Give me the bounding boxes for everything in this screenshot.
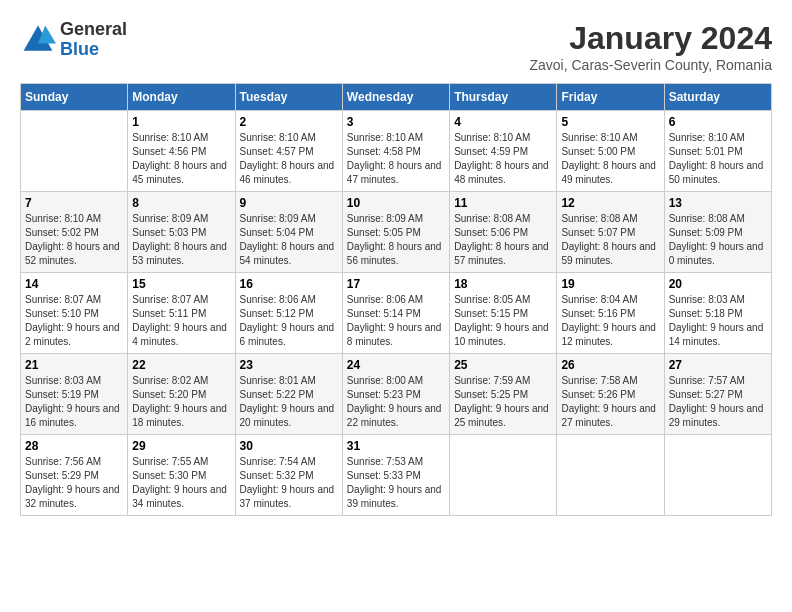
calendar-cell: 25Sunrise: 7:59 AMSunset: 5:25 PMDayligh… [450, 354, 557, 435]
calendar-cell: 22Sunrise: 8:02 AMSunset: 5:20 PMDayligh… [128, 354, 235, 435]
day-number: 13 [669, 196, 767, 210]
day-number: 5 [561, 115, 659, 129]
calendar-cell: 19Sunrise: 8:04 AMSunset: 5:16 PMDayligh… [557, 273, 664, 354]
day-number: 22 [132, 358, 230, 372]
calendar-cell: 11Sunrise: 8:08 AMSunset: 5:06 PMDayligh… [450, 192, 557, 273]
calendar-header-sunday: Sunday [21, 84, 128, 111]
day-info: Sunrise: 8:07 AMSunset: 5:11 PMDaylight:… [132, 293, 230, 349]
day-info: Sunrise: 7:53 AMSunset: 5:33 PMDaylight:… [347, 455, 445, 511]
day-info: Sunrise: 8:04 AMSunset: 5:16 PMDaylight:… [561, 293, 659, 349]
day-info: Sunrise: 7:55 AMSunset: 5:30 PMDaylight:… [132, 455, 230, 511]
day-info: Sunrise: 8:03 AMSunset: 5:19 PMDaylight:… [25, 374, 123, 430]
calendar-cell: 27Sunrise: 7:57 AMSunset: 5:27 PMDayligh… [664, 354, 771, 435]
day-info: Sunrise: 8:06 AMSunset: 5:14 PMDaylight:… [347, 293, 445, 349]
day-info: Sunrise: 8:09 AMSunset: 5:05 PMDaylight:… [347, 212, 445, 268]
day-number: 9 [240, 196, 338, 210]
location-subtitle: Zavoi, Caras-Severin County, Romania [529, 57, 772, 73]
day-number: 18 [454, 277, 552, 291]
calendar-header-wednesday: Wednesday [342, 84, 449, 111]
day-number: 24 [347, 358, 445, 372]
day-number: 19 [561, 277, 659, 291]
calendar-cell: 26Sunrise: 7:58 AMSunset: 5:26 PMDayligh… [557, 354, 664, 435]
day-info: Sunrise: 7:57 AMSunset: 5:27 PMDaylight:… [669, 374, 767, 430]
day-info: Sunrise: 8:10 AMSunset: 5:00 PMDaylight:… [561, 131, 659, 187]
day-number: 23 [240, 358, 338, 372]
calendar-cell [21, 111, 128, 192]
calendar-cell: 21Sunrise: 8:03 AMSunset: 5:19 PMDayligh… [21, 354, 128, 435]
calendar-cell: 2Sunrise: 8:10 AMSunset: 4:57 PMDaylight… [235, 111, 342, 192]
day-info: Sunrise: 7:59 AMSunset: 5:25 PMDaylight:… [454, 374, 552, 430]
day-info: Sunrise: 8:02 AMSunset: 5:20 PMDaylight:… [132, 374, 230, 430]
day-number: 27 [669, 358, 767, 372]
day-number: 2 [240, 115, 338, 129]
logo-blue: Blue [60, 39, 99, 59]
day-number: 25 [454, 358, 552, 372]
calendar-cell: 31Sunrise: 7:53 AMSunset: 5:33 PMDayligh… [342, 435, 449, 516]
day-info: Sunrise: 8:09 AMSunset: 5:03 PMDaylight:… [132, 212, 230, 268]
calendar-cell: 20Sunrise: 8:03 AMSunset: 5:18 PMDayligh… [664, 273, 771, 354]
day-info: Sunrise: 8:08 AMSunset: 5:07 PMDaylight:… [561, 212, 659, 268]
day-number: 10 [347, 196, 445, 210]
calendar-cell: 16Sunrise: 8:06 AMSunset: 5:12 PMDayligh… [235, 273, 342, 354]
day-number: 15 [132, 277, 230, 291]
calendar-table: SundayMondayTuesdayWednesdayThursdayFrid… [20, 83, 772, 516]
day-info: Sunrise: 8:07 AMSunset: 5:10 PMDaylight:… [25, 293, 123, 349]
calendar-week-row: 21Sunrise: 8:03 AMSunset: 5:19 PMDayligh… [21, 354, 772, 435]
day-info: Sunrise: 8:09 AMSunset: 5:04 PMDaylight:… [240, 212, 338, 268]
day-number: 11 [454, 196, 552, 210]
day-number: 20 [669, 277, 767, 291]
day-info: Sunrise: 8:06 AMSunset: 5:12 PMDaylight:… [240, 293, 338, 349]
logo-text: General Blue [60, 20, 127, 60]
day-number: 30 [240, 439, 338, 453]
day-info: Sunrise: 8:10 AMSunset: 4:57 PMDaylight:… [240, 131, 338, 187]
day-number: 28 [25, 439, 123, 453]
calendar-header-saturday: Saturday [664, 84, 771, 111]
day-number: 21 [25, 358, 123, 372]
day-number: 12 [561, 196, 659, 210]
day-number: 14 [25, 277, 123, 291]
calendar-week-row: 28Sunrise: 7:56 AMSunset: 5:29 PMDayligh… [21, 435, 772, 516]
day-number: 17 [347, 277, 445, 291]
day-info: Sunrise: 7:54 AMSunset: 5:32 PMDaylight:… [240, 455, 338, 511]
calendar-cell: 30Sunrise: 7:54 AMSunset: 5:32 PMDayligh… [235, 435, 342, 516]
calendar-cell: 3Sunrise: 8:10 AMSunset: 4:58 PMDaylight… [342, 111, 449, 192]
day-info: Sunrise: 8:00 AMSunset: 5:23 PMDaylight:… [347, 374, 445, 430]
day-number: 7 [25, 196, 123, 210]
calendar-cell: 23Sunrise: 8:01 AMSunset: 5:22 PMDayligh… [235, 354, 342, 435]
calendar-header-monday: Monday [128, 84, 235, 111]
calendar-cell: 10Sunrise: 8:09 AMSunset: 5:05 PMDayligh… [342, 192, 449, 273]
logo: General Blue [20, 20, 127, 60]
calendar-cell: 29Sunrise: 7:55 AMSunset: 5:30 PMDayligh… [128, 435, 235, 516]
day-number: 29 [132, 439, 230, 453]
day-info: Sunrise: 7:58 AMSunset: 5:26 PMDaylight:… [561, 374, 659, 430]
day-info: Sunrise: 8:10 AMSunset: 5:01 PMDaylight:… [669, 131, 767, 187]
day-number: 6 [669, 115, 767, 129]
calendar-cell: 12Sunrise: 8:08 AMSunset: 5:07 PMDayligh… [557, 192, 664, 273]
page-header: General Blue January 2024 Zavoi, Caras-S… [20, 20, 772, 73]
calendar-week-row: 7Sunrise: 8:10 AMSunset: 5:02 PMDaylight… [21, 192, 772, 273]
calendar-cell: 15Sunrise: 8:07 AMSunset: 5:11 PMDayligh… [128, 273, 235, 354]
day-info: Sunrise: 8:10 AMSunset: 5:02 PMDaylight:… [25, 212, 123, 268]
day-info: Sunrise: 7:56 AMSunset: 5:29 PMDaylight:… [25, 455, 123, 511]
day-info: Sunrise: 8:05 AMSunset: 5:15 PMDaylight:… [454, 293, 552, 349]
calendar-header-friday: Friday [557, 84, 664, 111]
day-number: 4 [454, 115, 552, 129]
calendar-header-row: SundayMondayTuesdayWednesdayThursdayFrid… [21, 84, 772, 111]
calendar-cell [557, 435, 664, 516]
title-block: January 2024 Zavoi, Caras-Severin County… [529, 20, 772, 73]
calendar-cell: 9Sunrise: 8:09 AMSunset: 5:04 PMDaylight… [235, 192, 342, 273]
day-number: 3 [347, 115, 445, 129]
day-number: 26 [561, 358, 659, 372]
day-info: Sunrise: 8:10 AMSunset: 4:59 PMDaylight:… [454, 131, 552, 187]
calendar-cell: 4Sunrise: 8:10 AMSunset: 4:59 PMDaylight… [450, 111, 557, 192]
day-info: Sunrise: 8:10 AMSunset: 4:56 PMDaylight:… [132, 131, 230, 187]
calendar-cell: 8Sunrise: 8:09 AMSunset: 5:03 PMDaylight… [128, 192, 235, 273]
calendar-week-row: 14Sunrise: 8:07 AMSunset: 5:10 PMDayligh… [21, 273, 772, 354]
calendar-cell: 1Sunrise: 8:10 AMSunset: 4:56 PMDaylight… [128, 111, 235, 192]
logo-general: General [60, 19, 127, 39]
calendar-cell [664, 435, 771, 516]
day-number: 16 [240, 277, 338, 291]
calendar-cell: 7Sunrise: 8:10 AMSunset: 5:02 PMDaylight… [21, 192, 128, 273]
calendar-cell: 24Sunrise: 8:00 AMSunset: 5:23 PMDayligh… [342, 354, 449, 435]
calendar-week-row: 1Sunrise: 8:10 AMSunset: 4:56 PMDaylight… [21, 111, 772, 192]
